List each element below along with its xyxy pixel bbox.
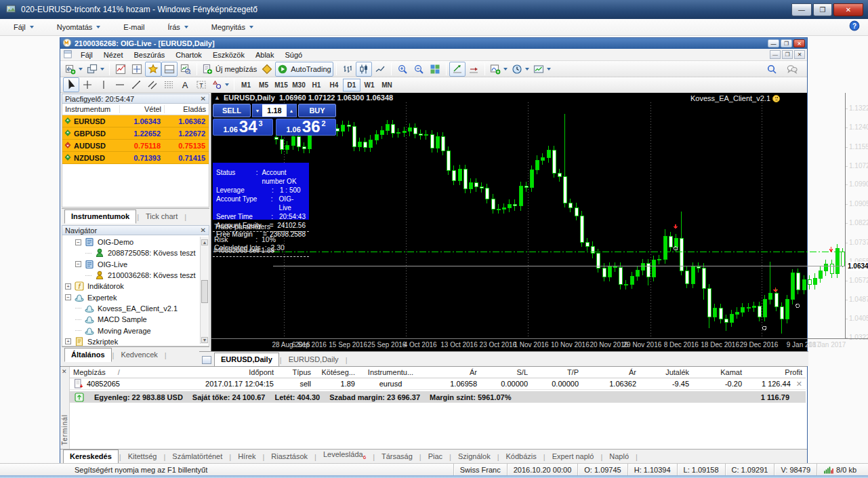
terminal-tab-piac[interactable]: Piac	[422, 450, 449, 463]
buy-button[interactable]: BUY	[298, 104, 336, 117]
terminal-tab-riaszt-sok[interactable]: Riasztások	[265, 450, 314, 463]
tree-item[interactable]: Kovess_EA_Client_v2.1	[64, 303, 209, 314]
chart-tab-eurusd-daily[interactable]: EURUSD,Daily	[214, 353, 279, 367]
shapes-button[interactable]	[209, 77, 231, 92]
collapse-icon[interactable]: ▲	[214, 94, 220, 101]
tree-item[interactable]: +Szkriptek	[64, 336, 209, 346]
menu-item-írás[interactable]: Írás	[161, 21, 194, 33]
metaeditor-button[interactable]	[259, 62, 275, 77]
menu-item-e-mail[interactable]: E-mail	[117, 21, 151, 33]
mt4-menu-eszközök[interactable]: Eszközök	[207, 49, 250, 60]
periods-button[interactable]	[510, 62, 531, 77]
timeframe-h1[interactable]: H1	[308, 79, 325, 92]
terminal-column-header[interactable]: Ár	[582, 368, 640, 376]
sell-button[interactable]: SELL	[213, 104, 251, 117]
buy-price[interactable]: 1.06 36 2	[276, 119, 336, 136]
new-order-button[interactable]: Új megbízás	[200, 62, 259, 77]
timeframe-d1[interactable]: D1	[343, 79, 360, 92]
tab-kedvencek[interactable]: Kedvencek	[115, 348, 163, 361]
menu-item-fájl[interactable]: Fájl	[7, 21, 41, 33]
terminal-button[interactable]	[161, 62, 178, 77]
navigator-scrollbar[interactable]: ▲ ▼	[200, 237, 208, 344]
tree-item[interactable]: MACD Sample	[64, 314, 209, 325]
terminal-column-header[interactable]: Megbízás/	[70, 368, 170, 376]
terminal-column-header[interactable]: Típus	[277, 368, 314, 376]
close-button[interactable]: ✕	[833, 3, 863, 16]
market-watch-row[interactable]: AUDUSD0.751180.75135	[62, 140, 209, 152]
mt4-doc-close-button[interactable]: ✕	[794, 50, 805, 59]
tab--ltal-nos[interactable]: Általános	[64, 348, 112, 362]
restore-button[interactable]: ❐	[813, 3, 832, 16]
market-watch-row[interactable]: GBPUSD1.226521.22672	[62, 127, 209, 140]
terminal-column-header[interactable]: Kötéseg...	[314, 368, 358, 376]
tile-windows-button[interactable]	[427, 62, 443, 77]
trendline-button[interactable]	[128, 77, 144, 92]
strategy-tester-button[interactable]	[178, 62, 194, 77]
terminal-tab-k-db-zis[interactable]: Kódbázis	[500, 450, 543, 463]
volume-decrease-icon[interactable]: ▼	[253, 104, 262, 117]
scroll-up-icon[interactable]: ▲	[201, 239, 208, 245]
cursor-button[interactable]	[63, 77, 79, 92]
menu-item-nyomtatás[interactable]: Nyomtatás	[50, 21, 108, 33]
templates-button[interactable]	[531, 62, 553, 77]
price-scale[interactable]: 1.132251.124001.115501.107251.099001.090…	[846, 93, 868, 338]
timeframe-m1[interactable]: M1	[237, 79, 255, 92]
label-button[interactable]: T	[193, 77, 209, 92]
tree-item[interactable]: −Expertek	[64, 292, 209, 302]
column-header[interactable]: Vétel	[119, 105, 164, 113]
market-watch-row[interactable]: EURUSD1.063431.06362	[62, 115, 209, 127]
indicators-button[interactable]	[488, 62, 510, 77]
data-window-button[interactable]	[129, 62, 145, 77]
tab-instrumentumok[interactable]: Instrumentumok	[64, 210, 136, 224]
sell-price[interactable]: 1.06 34 3	[213, 119, 273, 136]
timeframe-mn[interactable]: MN	[378, 79, 396, 92]
tree-item[interactable]: 2088725058: Kövess teszt	[64, 247, 209, 258]
line-chart-button[interactable]	[372, 62, 388, 77]
help-icon[interactable]: ?	[849, 20, 860, 33]
terminal-tab-szign-lok[interactable]: Szignálok	[452, 450, 497, 463]
terminal-order-row[interactable]: 408520652017.01.17 12:04:15sell1.89eurus…	[70, 378, 806, 390]
bars-button[interactable]	[339, 62, 356, 77]
time-scale[interactable]: 28 Aug 20166 Sep 201615 Sep 201625 Sep 2…	[211, 338, 868, 351]
timeframe-m30[interactable]: M30	[290, 79, 308, 92]
terminal-tab-t-rsas-g[interactable]: Társaság	[375, 450, 419, 463]
terminal-tab-napl-[interactable]: Napló	[603, 450, 635, 463]
timeframe-m5[interactable]: M5	[255, 79, 272, 92]
terminal-column-header[interactable]: T/P	[531, 368, 582, 376]
mt4-menu-chartok[interactable]: Chartok	[170, 49, 207, 60]
zoom-in-button[interactable]	[394, 62, 411, 77]
mt4-restore-button[interactable]: ❐	[781, 39, 792, 47]
collapse-icon[interactable]: −	[75, 261, 81, 267]
tree-item[interactable]: 2100036268: Kövess teszt	[64, 270, 209, 281]
timeframe-h4[interactable]: H4	[325, 79, 343, 92]
scrollbar-thumb[interactable]	[201, 280, 208, 303]
mt4-menu-fájl[interactable]: Fájl	[75, 49, 98, 60]
chart-area[interactable]: ▲ EURUSD,Daily 1.06960 1.07122 1.06300 1…	[211, 93, 807, 351]
terminal-column-header[interactable]: Ár	[423, 368, 480, 376]
terminal-close-icon[interactable]: ✕	[62, 368, 67, 375]
ea-smiley-icon[interactable]	[772, 95, 780, 102]
mt4-menu-súgó[interactable]: Súgó	[279, 49, 308, 60]
terminal-tab-levelesl-da[interactable]: Levelesláda6	[317, 448, 372, 463]
column-header[interactable]: Instrumentum	[62, 105, 119, 113]
terminal-column-header[interactable]: Instrumentu...	[358, 368, 423, 376]
terminal-tab-h-rek[interactable]: Hírek	[232, 450, 262, 463]
mt4-doc-restore-button[interactable]: ❐	[782, 50, 793, 59]
terminal-column-header[interactable]: S/L	[480, 368, 531, 376]
mt4-doc-minimize-button[interactable]: —	[770, 50, 781, 59]
terminal-tab-kitetts-g[interactable]: Kitettség	[122, 450, 163, 463]
fibonacci-button[interactable]	[161, 77, 177, 92]
channel-button[interactable]	[144, 77, 161, 92]
navigator-button[interactable]	[145, 62, 161, 77]
new-chart-button[interactable]	[63, 62, 85, 77]
mt4-minimize-button[interactable]: —	[768, 39, 779, 47]
expand-icon[interactable]: +	[65, 338, 71, 344]
mt4-menu-beszúrás[interactable]: Beszúrás	[128, 49, 170, 60]
horizontal-line-button[interactable]	[112, 77, 128, 92]
tab-tick-chart[interactable]: Tick chart	[140, 210, 184, 223]
terminal-column-header[interactable]: Időpont	[170, 368, 277, 376]
close-order-icon[interactable]: ✕	[791, 380, 802, 388]
market-watch-button[interactable]	[112, 62, 129, 77]
collapse-icon[interactable]: −	[75, 239, 81, 245]
column-header[interactable]: Eladás	[164, 105, 209, 113]
